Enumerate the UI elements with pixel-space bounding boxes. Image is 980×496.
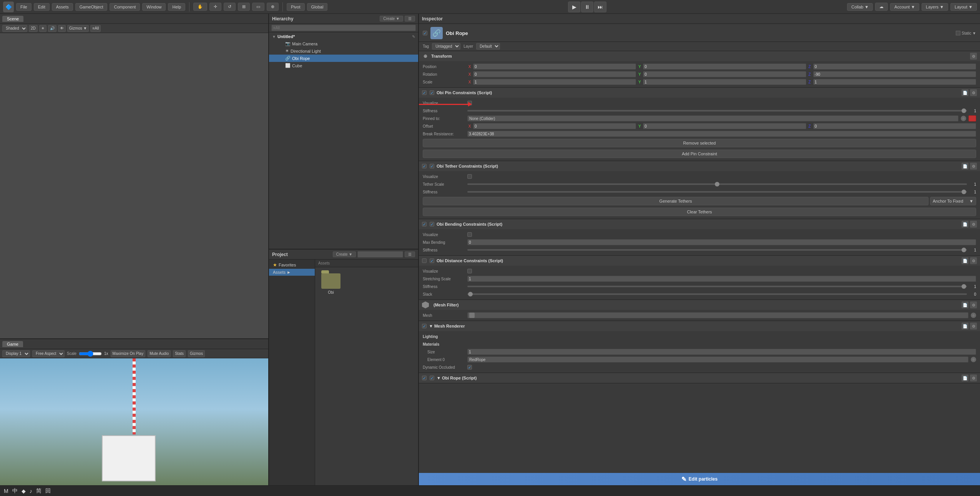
- pin-stiffness-slider[interactable]: 1: [467, 109, 976, 113]
- transform-header[interactable]: ⊕ Transform ⚙: [419, 51, 980, 61]
- pos-y-input[interactable]: [643, 63, 806, 70]
- pin-script-checkbox[interactable]: [430, 90, 434, 95]
- pivot-btn[interactable]: Pivot: [287, 3, 304, 11]
- distance-settings-btn[interactable]: ⚙: [970, 257, 977, 264]
- cloud-btn[interactable]: ☁: [875, 3, 888, 11]
- rotate-tool[interactable]: ↺: [224, 3, 236, 11]
- collab-btn[interactable]: Collab ▼: [847, 3, 873, 11]
- hand-tool[interactable]: ✋: [193, 3, 207, 11]
- element0-circle-btn[interactable]: ○: [971, 357, 976, 362]
- scale-x-input[interactable]: [473, 79, 636, 85]
- obi-rope-page-btn[interactable]: 📄: [962, 374, 968, 381]
- tether-header[interactable]: Obi Tether Constraints (Script) 📄 ⚙: [419, 161, 980, 171]
- dynamic-occluded-checkbox[interactable]: [467, 365, 472, 370]
- active-checkbox[interactable]: [423, 31, 427, 35]
- pin-enable-checkbox[interactable]: [422, 90, 427, 95]
- offset-y-input[interactable]: [643, 123, 806, 129]
- pin-header[interactable]: Obi Pin Constraints (Script) 📄 ⚙: [419, 88, 980, 98]
- hierarchy-item-directionallight[interactable]: ☀ Directional Light: [269, 47, 418, 55]
- clear-tethers-btn[interactable]: Clear Tethers: [423, 208, 976, 216]
- file-menu[interactable]: File: [16, 3, 32, 11]
- element0-field[interactable]: RedRope: [467, 356, 968, 363]
- hierarchy-search-input[interactable]: [271, 25, 416, 31]
- gameobject-menu[interactable]: GameObject: [75, 3, 108, 11]
- fx-btn[interactable]: 🔊: [48, 25, 56, 32]
- project-search-input[interactable]: [357, 251, 403, 258]
- offset-x-input[interactable]: [473, 123, 636, 129]
- scale-tool[interactable]: ⊞: [238, 3, 250, 11]
- move-tool[interactable]: ✛: [209, 3, 221, 11]
- mesh-filter-header[interactable]: (Mesh Filter) 📄 ⚙: [419, 300, 980, 310]
- project-create-btn[interactable]: Create ▼: [333, 251, 356, 257]
- mesh-renderer-settings-btn[interactable]: ⚙: [970, 323, 977, 330]
- tether-enable-checkbox[interactable]: [422, 164, 427, 168]
- tether-visualize-checkbox[interactable]: [467, 174, 472, 179]
- scene-visibility-btn[interactable]: 👁: [58, 25, 66, 32]
- mesh-filter-settings-btn[interactable]: ⚙: [970, 301, 977, 308]
- assets-item[interactable]: Assets ►: [269, 269, 315, 276]
- pos-z-input[interactable]: [813, 63, 976, 70]
- bending-page-btn[interactable]: 📄: [962, 221, 968, 228]
- mesh-renderer-header[interactable]: ▼ Mesh Renderer 📄 ⚙: [419, 321, 980, 331]
- mesh-field[interactable]: [467, 312, 968, 318]
- pos-x-input[interactable]: [473, 63, 636, 70]
- static-checkbox[interactable]: [956, 31, 960, 35]
- hierarchy-item-untitled[interactable]: ▼ Untitled* ✎: [269, 33, 418, 40]
- rect-tool[interactable]: ▭: [252, 3, 264, 11]
- game-tab[interactable]: Game: [2, 341, 23, 347]
- aspect-select[interactable]: Free Aspect: [32, 350, 65, 357]
- pinned-to-red-btn[interactable]: [968, 115, 976, 122]
- pin-page-btn[interactable]: 📄: [962, 89, 968, 96]
- project-folder-obi[interactable]: Obi: [319, 271, 343, 297]
- distance-page-btn[interactable]: 📄: [962, 257, 968, 264]
- pinned-to-circle-btn[interactable]: ○: [961, 116, 966, 121]
- max-bending-input[interactable]: [467, 239, 976, 245]
- break-input[interactable]: [467, 131, 976, 137]
- inspector-content[interactable]: 🔗 Obi Rope Static ▼ Tag Untagged Layer D…: [419, 24, 980, 473]
- tether-stiffness-slider[interactable]: 1: [467, 190, 976, 194]
- layer-select[interactable]: Default: [476, 43, 500, 50]
- bending-stiffness-slider[interactable]: 1: [467, 248, 976, 252]
- tether-script-checkbox[interactable]: [430, 164, 434, 168]
- mesh-filter-page-btn[interactable]: 📄: [962, 301, 968, 308]
- rot-z-input[interactable]: [813, 71, 976, 77]
- scale-slider[interactable]: [79, 351, 102, 357]
- maximize-btn[interactable]: Maximize On Play: [111, 350, 146, 357]
- distance-header[interactable]: Obi Distance Constraints (Script) 📄 ⚙: [419, 256, 980, 266]
- rot-x-input[interactable]: [473, 71, 636, 77]
- tag-select[interactable]: Untagged: [432, 43, 460, 50]
- slack-slider[interactable]: 0: [467, 292, 976, 296]
- component-menu[interactable]: Component: [110, 3, 140, 11]
- mesh-renderer-page-btn[interactable]: 📄: [962, 323, 968, 330]
- window-menu[interactable]: Window: [142, 3, 166, 11]
- pin-settings-btn[interactable]: ⚙: [970, 89, 977, 96]
- remove-selected-btn[interactable]: Remove selected: [423, 139, 976, 147]
- distance-enable-checkbox[interactable]: [422, 258, 427, 263]
- obi-rope-script-checkbox[interactable]: [430, 376, 434, 380]
- rot-y-input[interactable]: [643, 71, 806, 77]
- stretch-input[interactable]: [467, 276, 976, 282]
- gizmos-btn[interactable]: Gizmos ▼: [67, 25, 89, 32]
- obi-rope-enable-checkbox[interactable]: [422, 376, 427, 380]
- bending-settings-btn[interactable]: ⚙: [970, 221, 977, 228]
- edit-menu[interactable]: Edit: [34, 3, 50, 11]
- hierarchy-item-maincamera[interactable]: 📷 Main Camera: [269, 40, 418, 47]
- mute-btn[interactable]: Mute Audio: [148, 350, 171, 357]
- assets-menu[interactable]: Assets: [52, 3, 73, 11]
- game-gizmos-btn[interactable]: Gizmos: [188, 350, 205, 357]
- 2d-btn[interactable]: 2D: [29, 25, 38, 32]
- help-menu[interactable]: Help: [168, 3, 185, 11]
- bending-script-checkbox[interactable]: [430, 222, 434, 226]
- all-btn[interactable]: ≡All: [90, 25, 101, 32]
- display-select[interactable]: Display 1: [2, 350, 30, 357]
- transform-settings-btn[interactable]: ⚙: [970, 53, 977, 60]
- account-btn[interactable]: Account ▼: [890, 3, 919, 11]
- step-button[interactable]: ⏭: [594, 2, 606, 12]
- play-button[interactable]: ▶: [568, 2, 580, 12]
- stats-btn[interactable]: Stats: [173, 350, 186, 357]
- mesh-circle-btn[interactable]: ○: [971, 313, 976, 318]
- lighting-btn[interactable]: ☀: [39, 25, 47, 32]
- layers-btn[interactable]: Layers ▼: [922, 3, 948, 11]
- global-btn[interactable]: Global: [307, 3, 328, 11]
- size-input[interactable]: [467, 349, 976, 355]
